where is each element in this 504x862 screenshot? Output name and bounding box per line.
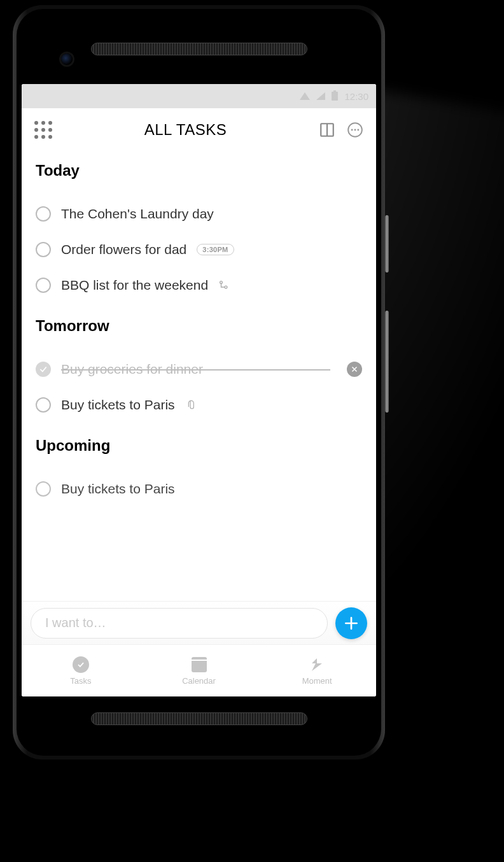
checkbox-checked-icon[interactable] — [36, 362, 51, 377]
section-header-today: Today — [36, 162, 362, 180]
task-text: Order flowers for dad — [61, 242, 186, 257]
wifi-icon — [300, 92, 310, 100]
status-time: 12:30 — [344, 91, 368, 102]
plus-icon — [343, 615, 360, 632]
earpiece-speaker — [91, 43, 307, 55]
checkbox-icon[interactable] — [36, 481, 51, 497]
task-row[interactable]: Buy tickets to Paris — [36, 471, 362, 507]
svg-point-3 — [351, 129, 353, 131]
quick-add-input[interactable]: I want to… — [31, 608, 328, 639]
task-text: Buy tickets to Paris — [61, 481, 175, 497]
checkbox-icon[interactable] — [36, 397, 51, 413]
signal-icon — [316, 92, 325, 100]
input-placeholder: I want to… — [45, 616, 106, 630]
nav-label: Tasks — [70, 676, 91, 686]
page-title: ALL TASKS — [144, 121, 227, 139]
task-row[interactable]: Buy tickets to Paris — [36, 387, 362, 423]
svg-point-6 — [220, 281, 223, 284]
task-text: Buy tickets to Paris — [61, 397, 175, 413]
app-bar: ALL TASKS — [22, 108, 376, 152]
power-button — [385, 311, 389, 413]
app-screen: 12:30 ALL TASKS — [22, 84, 376, 696]
moment-tab-icon — [309, 657, 325, 672]
section-header-upcoming: Upcoming — [36, 437, 362, 455]
checkbox-icon[interactable] — [36, 206, 51, 222]
status-bar: 12:30 — [22, 84, 376, 108]
nav-moment[interactable]: Moment — [258, 645, 376, 696]
nav-tasks[interactable]: Tasks — [22, 645, 140, 696]
bottom-nav: Tasks Calendar Moment — [22, 644, 376, 696]
delete-task-icon[interactable] — [347, 362, 362, 377]
task-text: BBQ list for the weekend — [61, 278, 208, 293]
book-icon[interactable] — [319, 122, 335, 138]
task-row[interactable]: BBQ list for the weekend — [36, 267, 362, 303]
menu-grid-icon[interactable] — [34, 121, 52, 139]
task-text: The Cohen's Laundry day — [61, 206, 214, 222]
checkbox-icon[interactable] — [36, 242, 51, 257]
section-header-tomorrow: Tomorrow — [36, 317, 362, 335]
add-task-button[interactable] — [335, 607, 367, 639]
calendar-tab-icon — [192, 657, 207, 672]
nav-label: Calendar — [182, 676, 216, 686]
battery-icon — [332, 92, 338, 101]
svg-point-7 — [225, 286, 227, 288]
svg-point-5 — [357, 129, 359, 131]
volume-button — [385, 215, 389, 272]
subtasks-icon — [218, 279, 230, 291]
tasks-tab-icon — [73, 656, 89, 673]
front-camera — [61, 53, 73, 65]
attachment-icon — [185, 399, 195, 411]
svg-point-4 — [354, 129, 356, 131]
phone-frame: 12:30 ALL TASKS — [13, 5, 385, 760]
more-options-icon[interactable] — [347, 122, 363, 138]
task-row-completed[interactable]: Buy groceries for dinner — [36, 351, 362, 387]
task-row[interactable]: Order flowers for dad 3:30PM — [36, 232, 362, 267]
checkbox-icon[interactable] — [36, 278, 51, 293]
nav-label: Moment — [302, 676, 332, 686]
nav-calendar[interactable]: Calendar — [140, 645, 258, 696]
time-badge: 3:30PM — [197, 244, 234, 255]
bottom-speaker — [91, 712, 307, 725]
quick-add-bar: I want to… — [22, 601, 376, 644]
task-row[interactable]: The Cohen's Laundry day — [36, 196, 362, 232]
